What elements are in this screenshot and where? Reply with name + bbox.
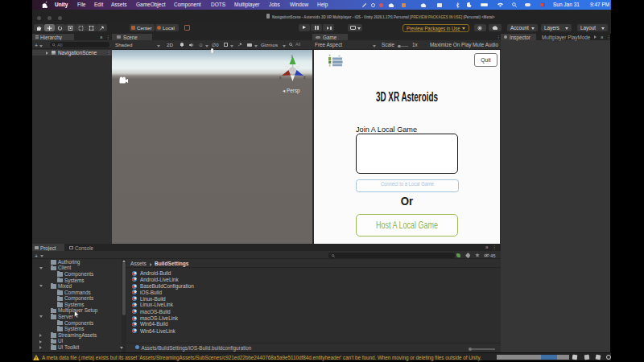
svg-text:x: x: [279, 75, 282, 80]
svg-text:z: z: [303, 75, 306, 80]
svg-text:y: y: [291, 54, 294, 58]
